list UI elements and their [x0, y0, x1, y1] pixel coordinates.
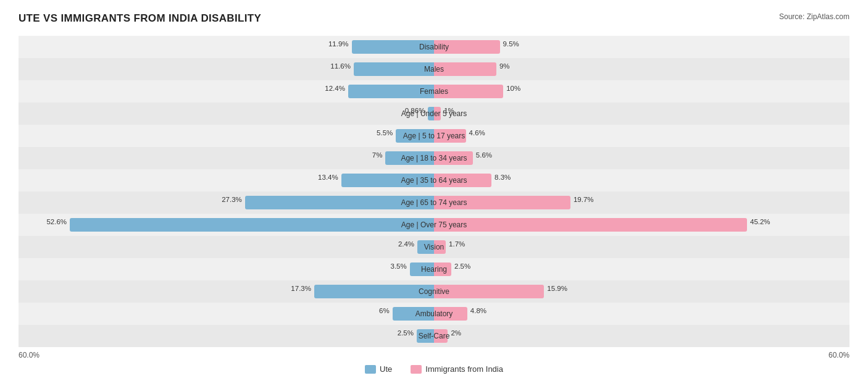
value-left: 6%: [379, 307, 390, 314]
value-left: 3.5%: [391, 262, 407, 270]
value-left: 12.4%: [325, 85, 345, 92]
value-right: 4.8%: [470, 307, 486, 314]
bar-row: 5.5%4.6%Age | 5 to 17 years: [19, 125, 849, 147]
value-right: 1%: [444, 107, 454, 114]
bar-row: 27.3%19.7%Age | 65 to 74 years: [19, 191, 849, 214]
bar-row: 13.4%8.3%Age | 35 to 64 years: [19, 169, 849, 191]
value-right: 15.9%: [547, 285, 567, 292]
value-left: 17.3%: [291, 285, 311, 292]
value-right: 9%: [499, 62, 510, 70]
value-right: 2%: [451, 329, 461, 337]
bar-row: 7%5.6%Age | 18 to 34 years: [19, 147, 849, 169]
bar-row: 52.6%45.2%Age | Over 75 years: [19, 214, 849, 236]
value-right: 10%: [506, 85, 520, 92]
value-right: 4.6%: [469, 129, 485, 136]
bar-row: 6%4.8%Ambulatory: [19, 303, 849, 325]
value-left: 11.6%: [330, 62, 351, 70]
value-right: 45.2%: [750, 218, 770, 225]
value-left: 7%: [372, 151, 383, 159]
chart-rows: 11.9%9.5%Disability11.6%9%Males12.4%10%F…: [19, 36, 849, 347]
value-right: 5.6%: [476, 151, 492, 159]
bar-row: 17.3%15.9%Cognitive: [19, 280, 849, 303]
value-left: 2.5%: [398, 329, 414, 337]
value-right: 9.5%: [503, 40, 519, 48]
ute-swatch: [365, 365, 376, 374]
value-left: 5.5%: [377, 129, 393, 136]
value-left: 2.4%: [398, 240, 414, 248]
bar-row: 2.5%2%Self-Care: [19, 325, 849, 347]
india-label: Immigrants from India: [425, 364, 503, 374]
bar-row: 12.4%10%Females: [19, 80, 849, 103]
legend-ute: Ute: [365, 364, 392, 374]
value-left: 27.3%: [222, 196, 242, 203]
axis-row: 60.0% 60.0%: [19, 351, 849, 359]
value-left: 13.4%: [318, 174, 338, 181]
chart-wrapper: UTE VS IMMIGRANTS FROM INDIA DISABILITY …: [19, 12, 849, 374]
value-left: 11.9%: [328, 40, 349, 48]
chart-title: UTE VS IMMIGRANTS FROM INDIA DISABILITY: [19, 12, 261, 25]
legend-india: Immigrants from India: [411, 364, 503, 374]
value-left: 0.86%: [405, 107, 425, 114]
value-right: 8.3%: [495, 174, 511, 181]
india-swatch: [411, 365, 422, 374]
bar-row: 3.5%2.5%Hearing: [19, 258, 849, 280]
bar-row: 11.9%9.5%Disability: [19, 36, 849, 58]
value-right: 19.7%: [574, 196, 594, 203]
source-label: Source: ZipAtlas.com: [779, 12, 849, 21]
bar-row: 0.86%1%Age | Under 5 years: [19, 103, 849, 125]
bar-row: 2.4%1.7%Vision: [19, 236, 849, 258]
axis-right: 60.0%: [828, 351, 849, 359]
bar-row: 11.6%9%Males: [19, 58, 849, 80]
value-left: 52.6%: [46, 218, 67, 225]
axis-left: 60.0%: [19, 351, 40, 359]
value-right: 2.5%: [454, 262, 470, 270]
legend: Ute Immigrants from India: [19, 364, 849, 374]
value-right: 1.7%: [449, 240, 465, 248]
ute-label: Ute: [380, 364, 392, 374]
